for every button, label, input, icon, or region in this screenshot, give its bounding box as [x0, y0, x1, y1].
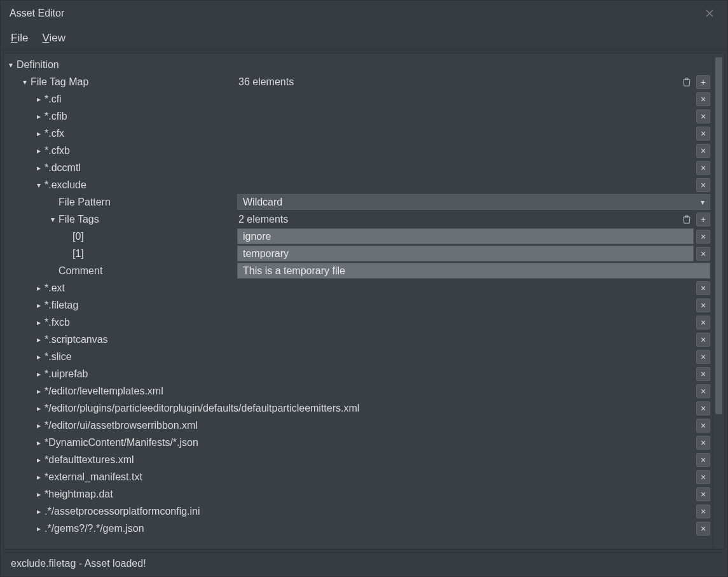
chevron-right-icon[interactable]: ▸ — [33, 129, 45, 138]
tree-row: ▸*.filetag× — [5, 296, 713, 314]
add-button[interactable]: + — [696, 75, 710, 89]
remove-button[interactable]: × — [696, 350, 710, 364]
remove-button[interactable]: × — [696, 367, 710, 381]
tree-row: ▸*/editor/plugins/particleeditorplugin/d… — [5, 400, 713, 417]
status-text: exclude.filetag - Asset loaded! — [11, 558, 146, 569]
chevron-right-icon[interactable]: ▸ — [33, 490, 45, 499]
remove-button[interactable]: × — [696, 161, 710, 175]
chevron-right-icon[interactable]: ▸ — [33, 370, 45, 379]
tree-label: File Tag Map — [31, 76, 88, 88]
remove-button[interactable]: × — [696, 247, 710, 261]
asset-editor-window: Asset Editor File View ▾Definition▾File … — [0, 0, 728, 577]
chevron-down-icon: ▾ — [701, 198, 704, 207]
tree-row: ▸*.scriptcanvas× — [5, 331, 713, 348]
remove-button[interactable]: × — [696, 230, 710, 244]
menu-file[interactable]: File — [11, 32, 28, 45]
trash-icon[interactable] — [680, 212, 694, 226]
remove-button[interactable]: × — [696, 384, 710, 398]
tree-row: ▸File PatternWildcard▾ — [5, 193, 713, 211]
file-tags-count: 2 elements — [237, 214, 677, 225]
remove-button[interactable]: × — [696, 144, 710, 158]
chevron-right-icon[interactable]: ▸ — [33, 524, 45, 533]
tree-label: *.ext — [45, 282, 65, 294]
chevron-down-icon[interactable]: ▾ — [5, 60, 17, 69]
remove-button[interactable]: × — [696, 298, 710, 312]
tree-row: ▸*defaulttextures.xml× — [5, 451, 713, 468]
tree-label: */editor/plugins/particleeditorplugin/de… — [45, 403, 359, 414]
add-button[interactable]: + — [696, 212, 710, 226]
chevron-right-icon[interactable]: ▸ — [33, 146, 45, 155]
tree-row: ▸*heightmap.dat× — [5, 485, 713, 503]
chevron-right-icon[interactable]: ▸ — [33, 301, 45, 310]
remove-button[interactable]: × — [696, 419, 710, 433]
remove-button[interactable]: × — [696, 92, 710, 106]
tree-label: *.slice — [45, 351, 72, 363]
close-icon — [705, 9, 714, 18]
tree-row: ▸*.ext× — [5, 279, 713, 296]
tree-label: .*/gems?/?.*/gem.json — [45, 523, 144, 534]
tree-row: ▸*.cfxb× — [5, 142, 713, 159]
chevron-right-icon[interactable]: ▸ — [33, 438, 45, 447]
chevron-right-icon[interactable]: ▸ — [33, 112, 45, 121]
file-pattern-select[interactable]: Wildcard▾ — [237, 194, 710, 210]
tag-input[interactable]: temporary — [237, 246, 694, 261]
tree-label: */editor/leveltemplates.xml — [45, 386, 163, 397]
chevron-right-icon[interactable]: ▸ — [33, 335, 45, 344]
remove-button[interactable]: × — [696, 127, 710, 141]
map-count: 36 elements — [237, 76, 677, 88]
chevron-right-icon[interactable]: ▸ — [33, 455, 45, 464]
chevron-right-icon[interactable]: ▸ — [33, 404, 45, 413]
tree-label: File Pattern — [58, 197, 111, 208]
tree-label: *.dccmtl — [45, 162, 81, 174]
remove-button[interactable]: × — [696, 522, 710, 536]
tree-label: */editor/ui/assetbrowserribbon.xml — [45, 420, 198, 431]
chevron-right-icon[interactable]: ▸ — [33, 507, 45, 516]
tree-row: ▸*.fxcb× — [5, 314, 713, 331]
chevron-right-icon[interactable]: ▸ — [33, 95, 45, 104]
remove-button[interactable]: × — [696, 281, 710, 295]
remove-button[interactable]: × — [696, 453, 710, 467]
tree-row: ▾*.exclude× — [5, 176, 713, 193]
vertical-scrollbar[interactable] — [713, 53, 724, 549]
chevron-right-icon[interactable]: ▸ — [33, 387, 45, 396]
tree-row: ▾File Tags2 elements+ — [5, 211, 713, 228]
remove-button[interactable]: × — [696, 436, 710, 450]
remove-button[interactable]: × — [696, 401, 710, 415]
menubar: File View — [1, 26, 727, 50]
tree-container[interactable]: ▾Definition▾File Tag Map36 elements+▸*.c… — [4, 53, 713, 549]
tree-label: *.exclude — [45, 179, 86, 191]
chevron-right-icon[interactable]: ▸ — [33, 163, 45, 172]
tree-label: *defaulttextures.xml — [45, 454, 134, 466]
trash-icon[interactable] — [680, 75, 694, 89]
chevron-right-icon[interactable]: ▸ — [33, 473, 45, 482]
chevron-right-icon[interactable]: ▸ — [33, 284, 45, 293]
remove-button[interactable]: × — [696, 178, 710, 192]
window-close-button[interactable] — [697, 1, 722, 26]
chevron-down-icon[interactable]: ▾ — [33, 181, 45, 190]
tree-row: ▸*DynamicContent/Manifests/*.json× — [5, 434, 713, 451]
tree-row: ▸*.cfx× — [5, 125, 713, 142]
scrollbar-thumb[interactable] — [715, 57, 722, 414]
tree-row: ▸*.uiprefab× — [5, 365, 713, 382]
chevron-down-icon[interactable]: ▾ — [19, 78, 31, 87]
remove-button[interactable]: × — [696, 109, 710, 123]
remove-button[interactable]: × — [696, 333, 710, 347]
chevron-right-icon[interactable]: ▸ — [33, 421, 45, 430]
tree-row: ▸*.slice× — [5, 348, 713, 365]
menu-view[interactable]: View — [42, 32, 65, 45]
comment-input[interactable]: This is a temporary file — [237, 263, 710, 279]
tree-row: ▸*/editor/ui/assetbrowserribbon.xml× — [5, 417, 713, 434]
chevron-right-icon[interactable]: ▸ — [33, 352, 45, 361]
remove-button[interactable]: × — [696, 470, 710, 484]
remove-button[interactable]: × — [696, 316, 710, 330]
remove-button[interactable]: × — [696, 487, 710, 501]
statusbar: exclude.filetag - Asset loaded! — [3, 552, 725, 574]
chevron-right-icon[interactable]: ▸ — [33, 318, 45, 327]
tree-label: *external_manifest.txt — [45, 471, 142, 483]
titlebar: Asset Editor — [1, 1, 727, 26]
remove-button[interactable]: × — [696, 504, 710, 518]
chevron-down-icon[interactable]: ▾ — [47, 215, 58, 224]
tree-label: [1] — [72, 248, 84, 260]
tree-label: *.cfib — [45, 111, 67, 122]
tag-input[interactable]: ignore — [237, 228, 694, 244]
